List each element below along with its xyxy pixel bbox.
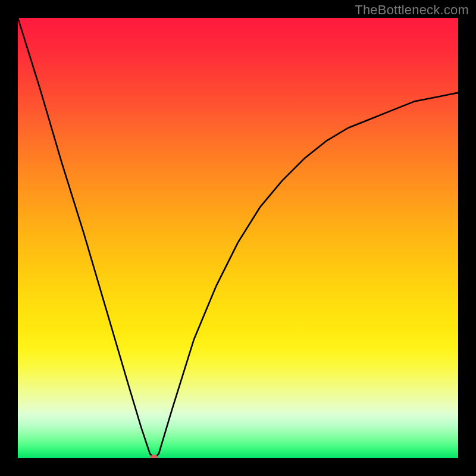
plot-area <box>18 18 458 458</box>
optimum-marker <box>150 455 158 458</box>
bottleneck-curve <box>18 18 458 458</box>
chart-frame: TheBottleneck.com <box>0 0 476 476</box>
curve-svg <box>18 18 458 458</box>
watermark-text: TheBottleneck.com <box>355 2 469 18</box>
